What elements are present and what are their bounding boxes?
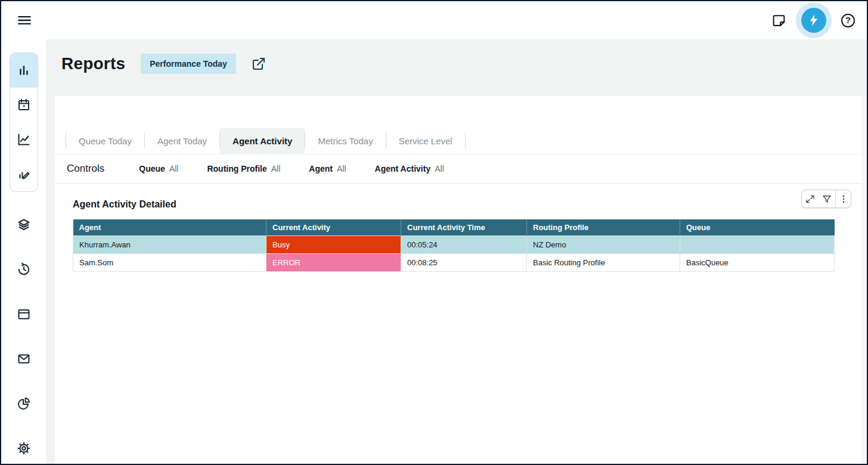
cell-current-activity-time: 00:08:25 xyxy=(401,254,527,272)
cell-routing-profile: Basic Routing Profile xyxy=(527,254,680,272)
topbar-actions: ? xyxy=(771,2,855,38)
controls-title: Controls xyxy=(67,163,104,175)
lightning-bolt-icon xyxy=(807,13,821,27)
report-type-icon-group xyxy=(10,52,38,192)
sidebar-item-email[interactable] xyxy=(10,345,38,373)
column-header-current-activity: Current Activity xyxy=(266,219,401,236)
tab-agent-today[interactable]: Agent Today xyxy=(145,128,219,154)
tab-agent-activity[interactable]: Agent Activity xyxy=(220,128,305,154)
sidebar-item-calendar[interactable] xyxy=(10,88,38,122)
page-title: Reports xyxy=(61,54,125,73)
table-header: AgentCurrent ActivityCurrent Activity Ti… xyxy=(73,219,835,236)
history-icon xyxy=(17,262,31,277)
funnel-icon xyxy=(822,194,832,204)
calendar-icon xyxy=(17,98,31,112)
column-header-queue: Queue xyxy=(680,219,835,236)
tab-separator xyxy=(465,133,466,148)
topbar: ? xyxy=(1,1,867,39)
sidebar-item-history[interactable] xyxy=(10,255,38,284)
table-row[interactable]: Khurram.AwanBusy00:05:24NZ Demo xyxy=(73,236,835,254)
filter-label: Agent xyxy=(309,164,333,173)
main-area: Reports Performance Today Queue TodayAge… xyxy=(46,39,867,464)
edit-report-icon xyxy=(17,167,31,181)
column-header-routing-profile: Routing Profile xyxy=(527,219,680,236)
kebab-menu-icon xyxy=(838,194,849,204)
sidebar-item-layers[interactable] xyxy=(10,210,38,239)
cell-current-activity-time: 00:05:24 xyxy=(401,236,527,254)
sidebar-item-pie-chart[interactable] xyxy=(10,389,38,418)
report-card: Agent Activity Detailed xyxy=(55,184,867,272)
filter-label: Queue xyxy=(139,164,165,173)
flash-button-halo xyxy=(796,2,832,38)
filter-routing-profile[interactable]: Routing ProfileAll xyxy=(207,164,280,173)
pie-chart-icon xyxy=(17,396,31,411)
external-link-icon xyxy=(252,57,266,71)
expand-icon xyxy=(805,194,816,204)
sidebar-item-settings[interactable] xyxy=(10,434,38,463)
tabs: Queue TodayAgent TodayAgent ActivityMetr… xyxy=(55,96,867,154)
filter-label: Routing Profile xyxy=(207,164,266,173)
filter-queue[interactable]: QueueAll xyxy=(139,164,178,173)
hamburger-menu-button[interactable] xyxy=(17,13,32,28)
card-toolbar xyxy=(801,190,851,208)
filter-value: All xyxy=(271,164,281,173)
help-button[interactable]: ? xyxy=(841,14,855,27)
table-header-row: AgentCurrent ActivityCurrent Activity Ti… xyxy=(73,219,835,236)
filter-label: Agent Activity xyxy=(375,164,431,173)
content-sheet: Queue TodayAgent TodayAgent ActivityMetr… xyxy=(55,96,867,464)
filter-agent-activity[interactable]: Agent ActivityAll xyxy=(375,164,444,173)
more-options-button[interactable] xyxy=(835,190,851,207)
envelope-icon xyxy=(17,352,31,366)
agent-activity-table: AgentCurrent ActivityCurrent Activity Ti… xyxy=(73,219,835,272)
filter-value: All xyxy=(169,164,179,173)
column-header-current-activity-time: Current Activity Time xyxy=(401,219,527,236)
tab-queue-today[interactable]: Queue Today xyxy=(66,128,144,154)
cell-agent: Khurram.Awan xyxy=(73,236,266,254)
table-body: Khurram.AwanBusy00:05:24NZ DemoSam.SomER… xyxy=(73,236,835,272)
bar-chart-icon xyxy=(17,63,31,78)
flash-button-circle xyxy=(801,8,826,33)
controls-filters: QueueAllRouting ProfileAllAgentAllAgent … xyxy=(139,164,472,173)
flash-button[interactable] xyxy=(796,2,832,38)
sidebar-item-edit-report[interactable] xyxy=(10,157,38,191)
browser-card-icon xyxy=(17,307,31,321)
line-chart-icon xyxy=(17,132,31,147)
page-header: Reports Performance Today xyxy=(61,54,266,74)
sidebar-item-browser-card[interactable] xyxy=(10,300,38,328)
cell-queue: BasicQueue xyxy=(680,254,835,272)
sidebar-item-line-chart[interactable] xyxy=(10,122,38,157)
controls-bar: Controls QueueAllRouting ProfileAllAgent… xyxy=(55,154,867,184)
cell-routing-profile: NZ Demo xyxy=(527,236,680,254)
question-mark-icon: ? xyxy=(841,14,855,27)
cell-current-activity: ERROR xyxy=(266,254,401,272)
cell-queue xyxy=(680,236,835,254)
card-title: Agent Activity Detailed xyxy=(73,199,850,210)
filter-value: All xyxy=(337,164,346,173)
open-external-button[interactable] xyxy=(252,57,266,71)
scrollbar-track[interactable] xyxy=(862,96,867,464)
cell-current-activity: Busy xyxy=(266,236,401,254)
performance-today-badge[interactable]: Performance Today xyxy=(141,54,236,74)
table-row[interactable]: Sam.SomERROR00:08:25Basic Routing Profil… xyxy=(73,254,835,272)
app-window: { "header": { "title": "Reports", "badge… xyxy=(0,0,868,465)
sidebar xyxy=(1,39,46,464)
filter-value: All xyxy=(435,164,444,173)
column-header-agent: Agent xyxy=(73,219,266,236)
layers-icon xyxy=(17,218,31,232)
notepad-button[interactable] xyxy=(771,13,786,28)
filter-button[interactable] xyxy=(819,190,835,207)
cell-agent: Sam.Som xyxy=(73,254,266,272)
sidebar-item-bar-chart[interactable] xyxy=(10,53,38,88)
settings-gear-icon xyxy=(17,441,31,455)
tab-metrics-today[interactable]: Metrics Today xyxy=(305,128,385,154)
tab-service-level[interactable]: Service Level xyxy=(386,128,465,154)
notepad-icon xyxy=(771,13,786,28)
filter-agent[interactable]: AgentAll xyxy=(309,164,346,173)
hamburger-icon xyxy=(17,13,32,28)
expand-button[interactable] xyxy=(802,190,819,207)
